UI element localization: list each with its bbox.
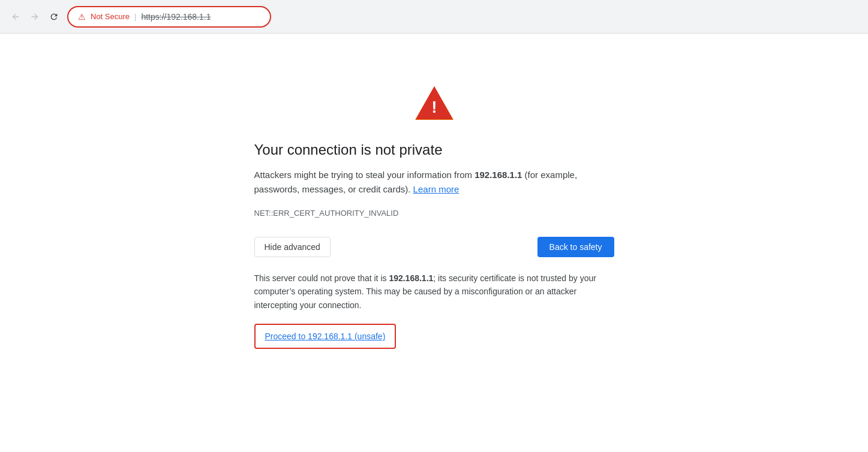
buttons-row: Hide advanced Back to safety	[254, 237, 614, 257]
proceed-link[interactable]: Proceed to 192.168.1.1 (unsafe)	[265, 332, 386, 341]
page-content: ! Your connection is not private Attacke…	[0, 34, 868, 452]
warning-triangle-icon: !	[413, 82, 456, 127]
advanced-description: This server could not prove that it is 1…	[254, 272, 614, 312]
error-description: Attackers might be trying to steal your …	[254, 168, 614, 197]
warning-icon-small: ⚠	[78, 12, 86, 22]
address-divider: |	[134, 12, 136, 21]
error-domain: 192.168.1.1	[474, 170, 522, 180]
browser-chrome: ⚠ Not Secure | https://192.168.1.1	[0, 0, 868, 34]
svg-text:!: !	[431, 98, 437, 116]
forward-button[interactable]	[26, 8, 43, 25]
back-button[interactable]	[7, 8, 24, 25]
nav-buttons	[7, 8, 62, 25]
proceed-link-container: Proceed to 192.168.1.1 (unsafe)	[254, 324, 397, 349]
back-to-safety-button[interactable]: Back to safety	[537, 237, 614, 257]
address-bar[interactable]: ⚠ Not Secure | https://192.168.1.1	[67, 6, 271, 28]
learn-more-link[interactable]: Learn more	[413, 184, 459, 194]
error-description-prefix: Attackers might be trying to steal your …	[254, 170, 475, 180]
advanced-domain: 192.168.1.1	[389, 273, 433, 283]
not-secure-label: Not Secure	[91, 12, 130, 21]
advanced-description-prefix: This server could not prove that it is	[254, 273, 389, 283]
error-container: ! Your connection is not private Attacke…	[254, 82, 614, 358]
error-code: NET::ERR_CERT_AUTHORITY_INVALID	[254, 209, 399, 218]
hide-advanced-button[interactable]: Hide advanced	[254, 237, 331, 257]
error-title: Your connection is not private	[254, 141, 614, 158]
address-url: https://192.168.1.1	[141, 12, 211, 22]
reload-button[interactable]	[46, 8, 62, 25]
